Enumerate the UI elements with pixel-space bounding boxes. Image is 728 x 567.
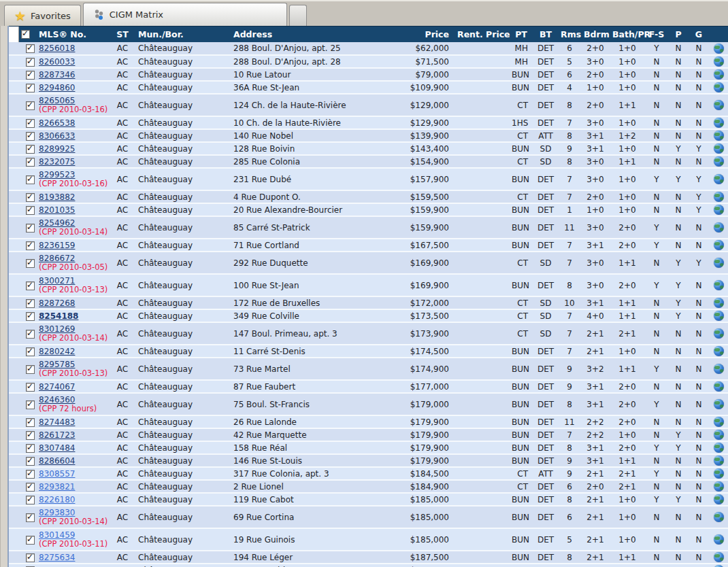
mls-link[interactable]: 8201035 bbox=[39, 205, 75, 215]
mls-link[interactable]: 8287346 bbox=[39, 70, 75, 80]
col-header-address[interactable]: Address bbox=[231, 27, 392, 43]
mls-link[interactable]: 8260033 bbox=[39, 57, 75, 67]
mls-link[interactable]: 8274483 bbox=[39, 417, 75, 427]
mls-link[interactable]: 8299523 bbox=[39, 170, 75, 179]
globe-icon[interactable] bbox=[714, 222, 724, 233]
col-header-rms[interactable]: Rms bbox=[558, 27, 581, 43]
mls-link[interactable]: 8308557 bbox=[39, 469, 75, 479]
row-checkbox[interactable]: ✓ bbox=[26, 383, 35, 392]
globe-icon[interactable] bbox=[714, 44, 724, 54]
row-checkbox[interactable]: ✓ bbox=[26, 299, 35, 308]
globe-icon[interactable] bbox=[714, 399, 724, 409]
globe-icon[interactable] bbox=[714, 82, 724, 92]
col-header-g[interactable]: G bbox=[689, 27, 709, 43]
mls-link[interactable]: 8193882 bbox=[39, 192, 75, 202]
col-header-st[interactable]: ST bbox=[110, 27, 135, 43]
globe-icon[interactable] bbox=[714, 552, 724, 562]
row-checkbox[interactable]: ✓ bbox=[26, 206, 35, 215]
globe-icon[interactable] bbox=[714, 69, 724, 80]
mls-link[interactable]: 8274067 bbox=[39, 382, 75, 392]
mls-link[interactable]: 8254188 bbox=[39, 311, 78, 321]
globe-icon[interactable] bbox=[714, 280, 724, 290]
row-checkbox[interactable]: ✓ bbox=[26, 119, 35, 128]
tab-stub[interactable] bbox=[289, 5, 307, 26]
mls-link[interactable]: 8300271 bbox=[39, 276, 75, 286]
globe-icon[interactable] bbox=[714, 456, 724, 466]
row-checkbox[interactable]: ✓ bbox=[26, 347, 35, 356]
mls-link[interactable]: 8254962 bbox=[39, 218, 75, 228]
col-header-mls[interactable]: MLS® No. bbox=[36, 27, 110, 43]
globe-icon[interactable] bbox=[714, 192, 724, 202]
col-header-bath[interactable]: Bath/PR bbox=[610, 27, 645, 43]
globe-icon[interactable] bbox=[714, 143, 724, 154]
globe-icon[interactable] bbox=[714, 534, 724, 545]
row-checkbox[interactable]: ✓ bbox=[26, 44, 35, 53]
row-checkbox[interactable]: ✓ bbox=[26, 175, 35, 184]
globe-icon[interactable] bbox=[714, 512, 724, 522]
mls-link[interactable]: 8293821 bbox=[39, 482, 75, 492]
globe-icon[interactable] bbox=[714, 205, 724, 215]
row-checkbox[interactable]: ✓ bbox=[26, 158, 35, 167]
mls-link[interactable]: 8289925 bbox=[39, 144, 75, 154]
row-checkbox[interactable]: ✓ bbox=[26, 553, 35, 562]
mls-link[interactable]: 8293830 bbox=[39, 508, 75, 517]
row-checkbox[interactable]: ✓ bbox=[26, 444, 35, 453]
row-checkbox[interactable]: ✓ bbox=[26, 101, 35, 110]
mls-link[interactable]: 8226180 bbox=[39, 495, 75, 504]
globe-icon[interactable] bbox=[714, 240, 724, 250]
row-checkbox[interactable]: ✓ bbox=[26, 84, 35, 92]
tab-favorites[interactable]: ★ Favorites bbox=[4, 5, 81, 26]
col-header-mun[interactable]: Mun./Bor. bbox=[135, 27, 231, 43]
row-checkbox[interactable]: ✓ bbox=[26, 496, 35, 504]
globe-icon[interactable] bbox=[714, 494, 724, 504]
mls-link[interactable]: 8256018 bbox=[39, 44, 75, 53]
globe-icon[interactable] bbox=[714, 56, 724, 67]
row-checkbox[interactable]: ✓ bbox=[26, 145, 35, 154]
col-header-price[interactable]: Price bbox=[392, 27, 454, 43]
globe-icon[interactable] bbox=[714, 468, 724, 479]
col-header-fs[interactable]: F-S bbox=[645, 27, 668, 43]
row-checkbox[interactable]: ✓ bbox=[26, 513, 35, 522]
mls-link[interactable]: 8286604 bbox=[39, 456, 75, 466]
mls-link[interactable]: 8261723 bbox=[39, 430, 75, 440]
row-checkbox[interactable]: ✓ bbox=[26, 483, 35, 492]
row-checkbox[interactable]: ✓ bbox=[26, 132, 35, 141]
mls-link[interactable]: 8265065 bbox=[39, 96, 75, 105]
row-checkbox[interactable]: ✓ bbox=[26, 400, 35, 409]
globe-icon[interactable] bbox=[714, 258, 724, 268]
row-checkbox[interactable]: ✓ bbox=[26, 330, 35, 339]
mls-link[interactable]: 8280242 bbox=[39, 347, 75, 356]
mls-link[interactable]: 8236159 bbox=[39, 241, 75, 250]
row-checkbox[interactable]: ✓ bbox=[26, 224, 35, 233]
mls-link[interactable]: 8301269 bbox=[39, 324, 75, 334]
mls-link[interactable]: 8275634 bbox=[39, 553, 75, 562]
row-checkbox[interactable]: ✓ bbox=[26, 312, 35, 321]
globe-icon[interactable] bbox=[714, 364, 724, 374]
tab-cigm-matrix[interactable]: CIGM Matrix bbox=[83, 3, 287, 26]
row-checkbox[interactable]: ✓ bbox=[26, 457, 35, 466]
globe-icon[interactable] bbox=[714, 417, 724, 427]
row-checkbox[interactable]: ✓ bbox=[26, 365, 35, 374]
mls-link[interactable]: 8295785 bbox=[39, 360, 75, 369]
mls-link[interactable]: 8246360 bbox=[39, 395, 75, 405]
col-header-rent-price[interactable]: Rent. Price bbox=[454, 27, 509, 43]
row-checkbox[interactable]: ✓ bbox=[26, 58, 35, 67]
mls-link[interactable]: 8307484 bbox=[39, 443, 75, 453]
globe-icon[interactable] bbox=[714, 328, 724, 339]
col-header-p[interactable]: P bbox=[668, 27, 689, 43]
mls-link[interactable]: 8286672 bbox=[39, 254, 75, 263]
globe-icon[interactable] bbox=[714, 381, 724, 392]
mls-link[interactable]: 8294860 bbox=[39, 83, 75, 92]
row-checkbox[interactable]: ✓ bbox=[26, 418, 35, 427]
globe-icon[interactable] bbox=[714, 100, 724, 110]
mls-link[interactable]: 8232075 bbox=[39, 157, 75, 167]
globe-icon[interactable] bbox=[714, 131, 724, 141]
globe-icon[interactable] bbox=[714, 430, 724, 440]
globe-icon[interactable] bbox=[714, 346, 724, 356]
col-header-bt[interactable]: BT bbox=[533, 27, 558, 43]
globe-icon[interactable] bbox=[714, 443, 724, 453]
globe-icon[interactable] bbox=[714, 174, 724, 184]
mls-link[interactable]: 8287268 bbox=[39, 298, 75, 308]
row-checkbox[interactable]: ✓ bbox=[26, 431, 35, 440]
globe-icon[interactable] bbox=[714, 118, 724, 128]
